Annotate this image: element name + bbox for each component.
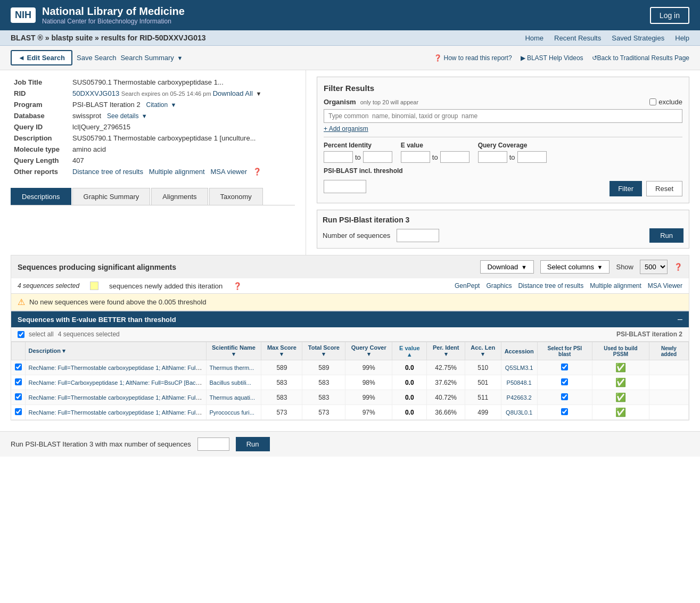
col-accession[interactable]: Accession	[501, 342, 537, 360]
query-cover-cell: 97%	[345, 405, 392, 420]
search-summary-button[interactable]: Search Summary ▼	[120, 54, 183, 62]
msa-viewer-link[interactable]: MSA viewer	[210, 168, 247, 176]
exclude-checkbox[interactable]	[649, 98, 656, 105]
run-button[interactable]: Run	[649, 228, 683, 243]
help-report-link[interactable]: ❓ How to read this report?	[434, 54, 512, 62]
select-columns-button[interactable]: Select columns ▼	[540, 260, 610, 274]
rid-link[interactable]: 50DXXVJG013	[72, 89, 119, 97]
nav-home[interactable]: Home	[525, 34, 543, 42]
tab-descriptions[interactable]: Descriptions	[11, 188, 71, 205]
col-used-pssm[interactable]: Used to build PSSM	[592, 342, 649, 360]
accession-link[interactable]: Q8U3L0.1	[506, 409, 532, 416]
sci-name-link[interactable]: Thermus aquati...	[210, 394, 256, 401]
table-row: RecName: Full=Thermostable carboxypeptid…	[12, 360, 689, 375]
evalue-cell: 0.0	[392, 390, 427, 405]
show-select[interactable]: 10 50 100 250 500	[640, 260, 668, 274]
col-scientific-name[interactable]: Scientific Name ▾	[206, 342, 261, 360]
col-description[interactable]: Description ▾	[25, 342, 206, 360]
download-all-link[interactable]: Download All	[213, 89, 253, 97]
blast-help-videos-link[interactable]: ▶ BLAST Help Videos	[521, 54, 583, 62]
description-link[interactable]: RecName: Full=Thermostable carboxypeptid…	[29, 364, 207, 371]
sci-name-link[interactable]: Thermus therm...	[210, 365, 254, 371]
organism-input[interactable]	[324, 109, 682, 123]
download-button[interactable]: Download ▼	[480, 260, 533, 274]
select-psi-checkbox[interactable]	[561, 408, 568, 415]
nav-recent-results[interactable]: Recent Results	[554, 34, 601, 42]
col-max-score[interactable]: Max Score ▾	[261, 342, 302, 360]
row-checkbox[interactable]	[15, 393, 22, 400]
num-sequences-input[interactable]: 500	[397, 229, 439, 242]
warning-text: No new sequences were found above the 0.…	[29, 298, 206, 306]
evalue-cell: 0.0	[392, 375, 427, 390]
nav-help[interactable]: Help	[675, 34, 689, 42]
toolbar-right: ❓ How to read this report? ▶ BLAST Help …	[434, 54, 689, 62]
row-checkbox[interactable]	[15, 408, 22, 415]
tab-alignments[interactable]: Alignments	[151, 188, 208, 205]
run-psi-title: Run PSI-Blast iteration 3	[323, 216, 683, 224]
select-psi-checkbox[interactable]	[561, 378, 568, 385]
row-checkbox[interactable]	[15, 378, 22, 385]
bottom-run-input[interactable]: 500	[197, 437, 229, 451]
distance-tree-results-link[interactable]: Distance tree of results	[518, 282, 583, 290]
filter-button[interactable]: Filter	[610, 181, 642, 196]
multiple-alignment-link[interactable]: Multiple alignment	[590, 282, 641, 290]
description-label: Description	[11, 133, 69, 144]
results-header: Sequences producing significant alignmen…	[11, 255, 689, 278]
col-per-ident[interactable]: Per. Ident ▾	[427, 342, 465, 360]
description-link[interactable]: RecName: Full=Thermostable carboxypeptid…	[29, 409, 207, 416]
row-checkbox[interactable]	[15, 364, 22, 370]
rid-label: RID	[11, 88, 69, 99]
reset-button[interactable]: Reset	[646, 181, 682, 196]
description-link[interactable]: RecName: Full=Thermostable carboxypeptid…	[29, 394, 207, 401]
citation-link[interactable]: Citation ▼	[146, 101, 177, 109]
sci-name-link[interactable]: Bacillus subtili...	[210, 379, 251, 386]
organism-note: only top 20 will appear	[360, 99, 418, 105]
psi-blast-label: PSI-BLAST incl. threshold	[324, 167, 682, 175]
back-traditional-link[interactable]: ↺Back to Traditional Results Page	[592, 54, 689, 62]
nav-saved-strategies[interactable]: Saved Strategies	[612, 34, 664, 42]
query-coverage-from[interactable]	[478, 151, 507, 163]
distance-tree-link[interactable]: Distance tree of results	[72, 168, 143, 176]
evalue-from[interactable]	[401, 151, 430, 163]
acc-len-cell: 501	[465, 375, 501, 390]
edit-search-button[interactable]: ◄ Edit Search	[11, 50, 72, 65]
col-select-psi[interactable]: Select for PSI blast	[537, 342, 592, 360]
tab-graphic-summary[interactable]: Graphic Summary	[72, 188, 151, 205]
evalue-cell: 0.0	[392, 405, 427, 420]
select-all-checkbox[interactable]	[18, 331, 24, 338]
accession-link[interactable]: P42663.2	[507, 394, 532, 401]
description-link[interactable]: RecName: Full=Carboxypeptidase 1; AltNam…	[29, 379, 207, 386]
evalue-to[interactable]	[440, 151, 470, 163]
col-acc-len[interactable]: Acc. Len ▾	[465, 342, 501, 360]
col-query-cover[interactable]: Query Cover ▾	[345, 342, 392, 360]
pct-identity-from[interactable]	[324, 151, 353, 163]
tabs: Descriptions Graphic Summary Alignments …	[11, 188, 295, 205]
select-psi-checkbox[interactable]	[561, 364, 568, 370]
accession-link[interactable]: P50848.1	[507, 379, 532, 386]
see-details-link[interactable]: See details ▼	[107, 112, 147, 120]
select-psi-checkbox[interactable]	[561, 393, 568, 400]
question-icon: ❓	[434, 54, 443, 62]
collapse-button[interactable]: –	[678, 315, 682, 324]
graphics-link[interactable]: Graphics	[486, 282, 512, 290]
col-newly-added[interactable]: Newly added	[649, 342, 688, 360]
pct-identity-to[interactable]	[363, 151, 392, 163]
bottom-run-button[interactable]: Run	[236, 437, 270, 451]
bottom-run-label: Run PSI-BLAST Iteration 3 with max numbe…	[11, 440, 191, 448]
msa-viewer-results-link[interactable]: MSA Viewer	[648, 282, 682, 290]
tab-taxonomy[interactable]: Taxonomy	[209, 188, 263, 205]
col-evalue[interactable]: E value ▲	[392, 342, 427, 360]
query-id-label: Query ID	[11, 121, 69, 133]
add-organism-link[interactable]: + Add organism	[324, 125, 682, 133]
query-coverage-to[interactable]	[517, 151, 547, 163]
molecule-label: Molecule type	[11, 144, 69, 155]
multiple-align-link[interactable]: Multiple alignment	[149, 168, 205, 176]
col-total-score[interactable]: Total Score ▾	[302, 342, 345, 360]
filter-fields: Percent Identity to E value to	[324, 142, 682, 163]
save-search-button[interactable]: Save Search	[77, 54, 116, 62]
psi-threshold-input[interactable]: 0.005	[324, 180, 366, 193]
sci-name-link[interactable]: Pyrococcus furi...	[210, 409, 254, 416]
accession-link[interactable]: Q5SLM3.1	[505, 365, 533, 371]
login-button[interactable]: Log in	[650, 7, 689, 24]
genpept-link[interactable]: GenPept	[455, 282, 480, 290]
